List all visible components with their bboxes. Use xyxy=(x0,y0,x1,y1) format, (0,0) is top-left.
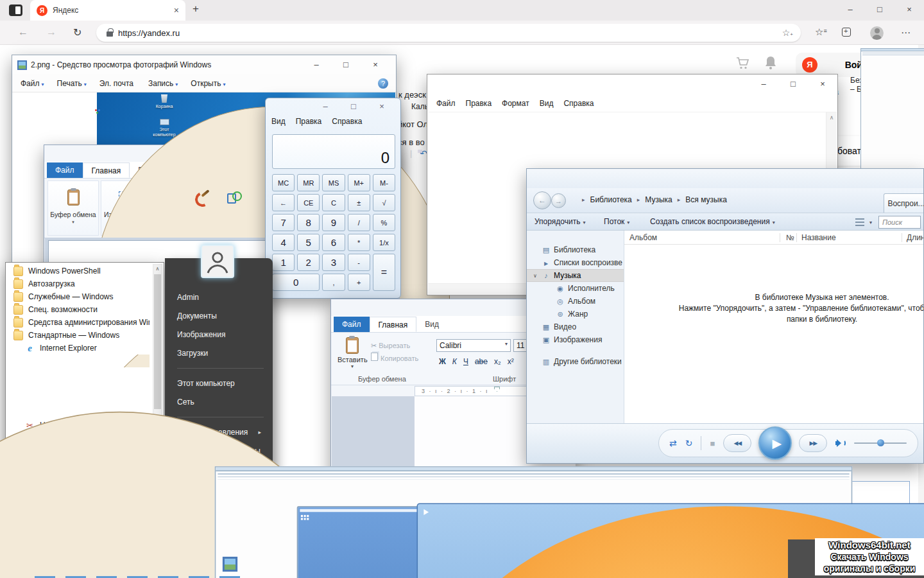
create-playlist-menu[interactable]: Создать список воспроизведения▾ xyxy=(650,217,775,226)
tree-item[interactable]: Жанр xyxy=(527,308,624,320)
browser-minimize-button[interactable]: – xyxy=(835,0,865,21)
user-panel-item[interactable]: Admin xyxy=(177,288,264,306)
user-panel-item[interactable]: Сеть xyxy=(177,392,264,411)
start-menu-item[interactable]: Windows Media Player xyxy=(7,367,150,380)
notepad-menu-item[interactable]: Файл xyxy=(436,99,456,108)
start-menu-item[interactable]: Windows PowerShell xyxy=(7,265,150,277)
calc-button[interactable]: / xyxy=(348,214,370,231)
browser-tab-yandex[interactable]: Я Яндекс × xyxy=(30,0,185,21)
wmp-play-tab[interactable]: Воспрои... xyxy=(884,193,924,213)
tree-item[interactable]: Списки воспроизве xyxy=(527,256,624,269)
volume-icon[interactable] xyxy=(835,439,846,448)
calc-button[interactable]: 6 xyxy=(322,234,345,251)
format-button[interactable]: abe xyxy=(475,357,488,366)
calc-button[interactable]: 2 xyxy=(297,254,320,271)
calc-button[interactable]: 3 xyxy=(322,254,345,271)
workspaces-icon[interactable] xyxy=(9,4,22,16)
tab-close-icon[interactable]: × xyxy=(174,5,179,15)
start-menu-item[interactable]: Internet Explorer xyxy=(7,342,150,355)
cart-icon[interactable] xyxy=(735,56,750,70)
tree-item[interactable]: Библиотека xyxy=(527,243,624,256)
wordpad-tab[interactable]: Файл xyxy=(334,317,370,332)
browser-restore-button[interactable]: □ xyxy=(865,0,894,21)
wmp-titlebar[interactable]: Проигрыватель Windows Media xyxy=(527,169,923,188)
calc-button[interactable]: MC xyxy=(272,174,295,191)
user-panel-item[interactable] xyxy=(177,411,264,417)
calc-button[interactable]: 0 xyxy=(272,274,320,291)
wmp-forward-button[interactable]: → xyxy=(551,193,566,208)
np-maximize-button[interactable]: □ xyxy=(778,74,808,95)
format-button[interactable]: Ч xyxy=(463,357,468,366)
calc-button[interactable]: 1/x xyxy=(373,234,395,251)
tree-item[interactable]: Альбом xyxy=(527,295,624,308)
calc-button[interactable]: MR xyxy=(297,174,320,191)
view-options-icon[interactable] xyxy=(855,218,864,226)
notepad-titlebar[interactable]: Безымянный – Блокнот – □ × xyxy=(427,74,837,95)
calc-button[interactable]: 9 xyxy=(322,214,345,231)
start-menu-item[interactable]: Служебные — Windows xyxy=(7,290,150,303)
tree-item[interactable]: Другие библиотеки xyxy=(527,355,624,368)
bell-icon[interactable] xyxy=(764,55,777,70)
notepad-menu-item[interactable]: Правка xyxy=(466,99,492,108)
np-minimize-button[interactable]: – xyxy=(749,74,778,95)
np-close-button[interactable]: × xyxy=(808,74,837,95)
repeat-icon[interactable]: ↻ xyxy=(685,438,693,448)
play-button[interactable]: ▶ xyxy=(758,426,792,460)
refresh-icon[interactable]: ↻ xyxy=(73,26,81,39)
start-menu-item[interactable]: Автозагрузка xyxy=(7,277,150,290)
pv-close-button[interactable]: × xyxy=(361,55,390,74)
start-menu-item[interactable]: Спец. возможности xyxy=(7,303,150,316)
column-number[interactable]: № xyxy=(786,233,794,242)
paint-tab[interactable]: Файл xyxy=(47,162,83,178)
wmp-back-button[interactable]: ← xyxy=(533,191,551,209)
calc-button[interactable]: M- xyxy=(373,174,395,191)
browser-close-button[interactable]: × xyxy=(894,0,924,21)
copy-button[interactable]: Копировать xyxy=(371,352,418,365)
wordpad-tab[interactable]: Вид xyxy=(416,317,447,332)
pv-menu-item[interactable]: Запись▾ xyxy=(148,79,178,88)
calc-button[interactable]: 1 xyxy=(272,254,295,271)
format-button[interactable]: К xyxy=(452,357,457,366)
pv-minimize-button[interactable]: – xyxy=(302,55,331,74)
calc-button[interactable]: ← xyxy=(272,194,295,211)
notepad-menu-item[interactable]: Вид xyxy=(540,99,554,108)
wordpad-tab[interactable]: Главная xyxy=(370,317,417,332)
help-icon[interactable]: ? xyxy=(378,78,388,89)
calc-button[interactable]: √ xyxy=(373,194,395,211)
next-button[interactable]: ▶▶ xyxy=(799,434,827,452)
cut-button[interactable]: ✂ Вырезать xyxy=(371,339,418,352)
url-text[interactable]: https://yandex.ru xyxy=(118,28,180,38)
photo-viewer-titlebar[interactable]: 2.png - Средство просмотра фотографий Wi… xyxy=(12,55,396,74)
calc-button[interactable]: 8 xyxy=(297,214,320,231)
tree-item[interactable]: Изображения xyxy=(527,333,624,346)
taskbar-paint[interactable] xyxy=(67,556,84,572)
calc-button[interactable]: CE xyxy=(297,194,320,211)
breadcrumb-all-music[interactable]: Вся музыка xyxy=(685,195,727,204)
calc-maximize-button[interactable]: □ xyxy=(339,98,368,115)
format-button[interactable]: Ж xyxy=(439,357,446,366)
format-button[interactable]: x₂ xyxy=(494,357,501,366)
start-menu-item[interactable]: Средства администрирования Winc xyxy=(7,316,150,329)
volume-thumb[interactable] xyxy=(877,439,884,446)
volume-slider[interactable] xyxy=(854,439,907,448)
taskbar-wmp[interactable] xyxy=(191,556,207,572)
back-icon[interactable]: ← xyxy=(18,26,28,38)
calc-button[interactable]: C xyxy=(322,194,345,211)
calc-button[interactable]: , xyxy=(322,274,345,291)
profile-avatar[interactable] xyxy=(870,26,884,40)
calc-button[interactable]: - xyxy=(348,254,370,271)
calc-minimize-button[interactable]: – xyxy=(311,98,339,115)
tree-item[interactable]: ∨ Музыка xyxy=(527,269,624,282)
calc-button[interactable]: 5 xyxy=(297,234,320,251)
forward-icon[interactable]: → xyxy=(46,26,56,38)
calc-button[interactable]: + xyxy=(348,274,370,291)
start-menu-item[interactable]: Стандартные — Windows xyxy=(7,329,150,342)
format-button[interactable]: x² xyxy=(508,357,514,366)
tree-expand-icon[interactable]: ∨ xyxy=(532,273,538,279)
pv-menu-item[interactable]: Открыть▾ xyxy=(191,79,225,88)
pv-maximize-button[interactable]: □ xyxy=(331,55,361,74)
calc-menu-item[interactable]: Правка xyxy=(296,117,322,126)
calc-button[interactable]: 4 xyxy=(272,234,295,251)
breadcrumb-music[interactable]: Музыка xyxy=(645,195,672,204)
calc-menu-item[interactable]: Вид xyxy=(271,117,286,126)
